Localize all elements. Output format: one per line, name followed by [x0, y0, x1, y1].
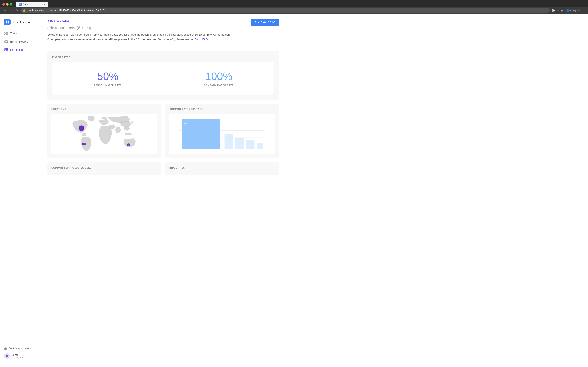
sidebar-logo: Free Account	[0, 17, 41, 29]
batch-faq-link[interactable]: Batch FAQ	[194, 38, 208, 41]
browser-chrome: C Clearbit ✕ + ⋮	[0, 0, 588, 7]
industries-card: INDUSTRIES	[165, 162, 279, 175]
svg-rect-7	[6, 32, 8, 33]
svg-rect-9	[6, 34, 8, 35]
back-nav-button[interactable]: ←	[2, 8, 7, 12]
svg-rect-15	[5, 50, 6, 51]
user-avatar: S	[4, 353, 10, 359]
minimize-button[interactable]	[6, 3, 9, 6]
person-match-rate-value: 50%	[57, 70, 158, 82]
sidebar-item-tools[interactable]: Tools	[0, 29, 41, 38]
svg-rect-8	[5, 34, 6, 35]
svg-text:C: C	[19, 4, 20, 5]
svg-rect-13	[5, 48, 6, 50]
tools-icon	[4, 31, 8, 35]
svg-text:B2C: B2C	[184, 122, 189, 125]
sidebar-item-enrich-record-label: Enrich Record	[10, 40, 28, 43]
tab-bar: C Clearbit ✕ +	[16, 2, 51, 7]
svg-rect-18	[6, 347, 7, 348]
tab-close-icon[interactable]: ✕	[43, 3, 45, 6]
sidebar-item-enrich-list-label: Enrich List	[10, 48, 24, 51]
world-map-svg	[52, 114, 157, 154]
window-controls: ⋮	[582, 2, 586, 6]
map-container	[52, 114, 157, 154]
close-button[interactable]	[2, 3, 5, 6]
sidebar-bottom: Switch applications S Sarah Screenlane	[0, 342, 41, 364]
match-rates-grid: 50% PERSON MATCH RATE 100% COMPANY MATCH…	[52, 62, 274, 95]
user-name: Sarah	[11, 353, 23, 356]
enrich-list-icon	[4, 48, 8, 52]
company-match-rate-label: COMPANY MATCH RATE	[168, 84, 269, 86]
sidebar-item-enrich-record[interactable]: Enrich Record	[0, 38, 41, 46]
traffic-lights	[2, 3, 12, 6]
menu-icon[interactable]: ⋮	[583, 9, 586, 12]
svg-rect-16	[6, 50, 8, 51]
svg-rect-2	[6, 21, 7, 22]
svg-rect-6	[5, 32, 6, 33]
svg-rect-32	[246, 141, 255, 149]
enrich-record-icon	[4, 40, 8, 44]
sidebar: Free Account Tools	[0, 14, 41, 367]
user-company: Screenlane	[11, 356, 23, 359]
page-title: addresses.csv (6 lines)	[47, 25, 251, 30]
match-rates-title: MATCH RATES	[52, 56, 274, 58]
forward-nav-button[interactable]: →	[9, 8, 13, 12]
reload-button[interactable]: ↻	[15, 8, 19, 12]
match-rates-section: MATCH RATES 50% PERSON MATCH RATE 100% C…	[47, 51, 279, 100]
url-display: dashboard.clearbit.com/batch/2b55e463-35…	[27, 9, 105, 12]
person-match-rate-label: PERSON MATCH RATE	[57, 84, 158, 86]
bar-chart-container: B2C	[169, 114, 275, 154]
technologies-title: COMMON TECHNOLOGIES USED	[52, 167, 92, 169]
lock-icon: 🔒	[23, 9, 26, 12]
maximize-button[interactable]	[10, 3, 12, 6]
header-left: ◀ Back to Batches addresses.csv (6 lines…	[47, 19, 251, 46]
switch-applications[interactable]: Switch applications	[4, 345, 36, 351]
company-match-rate-card: 100% COMPANY MATCH RATE	[163, 62, 274, 95]
main-area: ◀ Back to Batches addresses.csv (6 lines…	[41, 14, 588, 367]
user-details: Sarah Screenlane	[11, 353, 23, 359]
bookmark-icon[interactable]: ☆	[557, 9, 559, 12]
svg-rect-31	[235, 138, 244, 149]
user-info[interactable]: S Sarah Screenlane	[4, 351, 36, 360]
svg-point-21	[79, 125, 84, 131]
sidebar-item-enrich-list[interactable]: Enrich List	[0, 46, 41, 54]
address-bar-row: ← → ↻ 🔒 dashboard.clearbit.com/batch/2b5…	[0, 7, 588, 14]
description: Below is the report we've generated from…	[47, 33, 231, 42]
logo-icon	[4, 19, 11, 25]
company-match-rate-value: 100%	[168, 70, 269, 82]
switch-applications-label: Switch applications	[9, 347, 32, 350]
incognito-badge: 👤 Incognito	[565, 9, 581, 12]
svg-rect-14	[6, 48, 8, 50]
address-bar[interactable]: 🔒 dashboard.clearbit.com/batch/2b55e463-…	[20, 8, 550, 13]
tab-title: Clearbit	[23, 3, 31, 6]
svg-rect-17	[4, 347, 6, 348]
buy-data-button[interactable]: Buy Data: $5.00	[251, 19, 279, 26]
bar-chart-svg: B2C	[173, 117, 272, 151]
header-row: ◀ Back to Batches addresses.csv (6 lines…	[47, 19, 279, 46]
svg-rect-5	[8, 22, 9, 24]
svg-rect-30	[225, 134, 233, 149]
new-tab-button[interactable]: +	[49, 3, 51, 7]
cast-icon[interactable]: 📡	[552, 9, 555, 12]
svg-rect-4	[6, 22, 7, 24]
sidebar-nav: Tools Enrich Record	[0, 29, 41, 342]
industries-title: INDUSTRIES	[169, 167, 185, 169]
sidebar-logo-text: Free Account	[13, 20, 31, 24]
category-tags-title: COMMON CATEGORY TAGS	[169, 108, 275, 110]
active-tab[interactable]: C Clearbit ✕	[16, 2, 48, 7]
technologies-card: COMMON TECHNOLOGIES USED	[47, 162, 161, 175]
split-view-icon[interactable]: ⊟	[561, 9, 563, 12]
category-tags-card: COMMON CATEGORY TAGS	[165, 104, 279, 158]
person-match-rate-card: 50% PERSON MATCH RATE	[52, 62, 163, 95]
sidebar-item-tools-label: Tools	[10, 32, 17, 35]
svg-rect-20	[6, 349, 7, 350]
back-link[interactable]: ◀ Back to Batches	[47, 19, 69, 22]
svg-rect-33	[257, 142, 263, 149]
svg-rect-3	[8, 21, 9, 22]
locations-title: LOCATIONS	[52, 108, 157, 110]
locations-card: LOCATIONS	[47, 104, 161, 158]
tab-favicon: C	[19, 3, 22, 6]
svg-rect-19	[4, 349, 6, 350]
toolbar-icons: 📡 ☆ ⊟ 👤 Incognito ⋮	[552, 9, 586, 12]
incognito-label: Incognito	[570, 9, 579, 12]
